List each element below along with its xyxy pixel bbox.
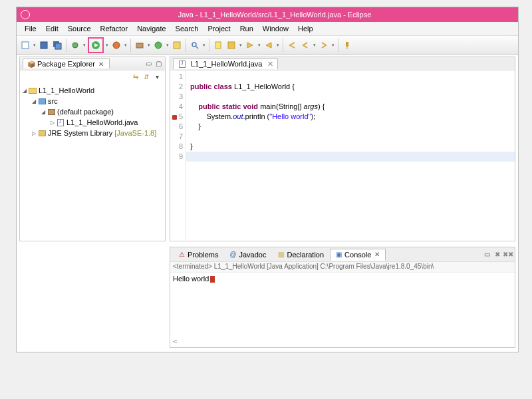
library-icon xyxy=(37,129,47,137)
toolbar-separator xyxy=(338,39,338,52)
line-number: 2 xyxy=(170,82,183,92)
toggle-mark-button[interactable] xyxy=(212,39,224,51)
run-dropdown[interactable] xyxy=(105,43,109,48)
tree-jre[interactable]: ▷ JRE System Library [JavaSE-1.8] xyxy=(21,128,164,138)
open-type-button[interactable] xyxy=(171,39,183,51)
tree-src[interactable]: ◢ src xyxy=(21,96,164,106)
bottom-tabbar[interactable]: ⚠Problems @Javadoc ▤Declaration ▣Console… xyxy=(170,247,515,262)
console-output[interactable]: Hello world xyxy=(170,273,515,285)
tree-package[interactable]: ◢ (default package) xyxy=(21,106,164,117)
tab-javadoc[interactable]: @Javadoc xyxy=(224,249,271,261)
close-icon[interactable]: ✕ xyxy=(265,60,273,68)
minimize-icon[interactable]: ▭ xyxy=(144,60,152,68)
close-icon[interactable]: ✕ xyxy=(97,60,105,68)
project-tree[interactable]: ◢ L1_1_HelloWorld ◢ src ◢ (default packa… xyxy=(20,82,165,141)
run-button[interactable] xyxy=(90,39,102,51)
twisty-open-icon[interactable]: ◢ xyxy=(40,109,47,115)
svg-rect-10 xyxy=(174,42,180,49)
next-annotation-dropdown[interactable] xyxy=(257,43,261,48)
line-number: 9 xyxy=(170,152,183,162)
search-dropdown[interactable] xyxy=(202,43,206,48)
tab-declaration[interactable]: ▤Declaration xyxy=(272,249,329,261)
pin-console-icon[interactable]: ▭ xyxy=(483,251,491,259)
menu-refactor[interactable]: Refactor xyxy=(96,23,132,34)
debug-button[interactable] xyxy=(69,39,81,51)
collapse-all-icon[interactable]: ⇆ xyxy=(132,72,140,80)
editor-tabbar[interactable]: L1_1_HelloWorld.java ✕ xyxy=(170,57,515,70)
code-content[interactable]: public class L1_1_HelloWorld { public st… xyxy=(186,70,515,241)
code-editor[interactable]: 1 2 3 4 5 6 7 8 9 public class L1_1_Hell… xyxy=(170,70,515,241)
menu-edit[interactable]: Edit xyxy=(42,23,63,34)
save-all-button[interactable] xyxy=(51,39,63,51)
twisty-open-icon[interactable]: ◢ xyxy=(31,98,37,104)
menu-window[interactable]: Window xyxy=(259,23,293,34)
prev-annotation-button[interactable] xyxy=(263,39,275,51)
twisty-closed-icon[interactable]: ▷ xyxy=(31,130,37,136)
forward-dropdown[interactable] xyxy=(331,43,335,48)
menu-run[interactable]: Run xyxy=(236,23,257,34)
menu-search[interactable]: Search xyxy=(172,23,203,34)
svg-rect-0 xyxy=(22,42,29,49)
line-gutter[interactable]: 1 2 3 4 5 6 7 8 9 xyxy=(170,70,186,241)
package-icon xyxy=(47,108,56,116)
annotation-dropdown[interactable] xyxy=(239,43,243,48)
prev-annotation-dropdown[interactable] xyxy=(276,43,280,48)
twisty-closed-icon[interactable]: ▷ xyxy=(49,120,56,126)
package-explorer-view: 📦 Package Explorer ✕ ▭ ▢ ⇆ ⇵ ▾ ◢ L1_1_He xyxy=(19,57,166,241)
svg-point-4 xyxy=(72,43,78,48)
coverage-button[interactable] xyxy=(110,39,122,51)
console-line: Hello world xyxy=(173,275,209,283)
new-package-button[interactable] xyxy=(134,39,146,51)
link-editor-icon[interactable]: ⇵ xyxy=(142,72,150,80)
package-explorer-tab[interactable]: 📦 Package Explorer ✕ xyxy=(23,59,110,68)
line-number: 4 xyxy=(170,102,183,112)
back-button[interactable] xyxy=(299,39,311,51)
tree-project[interactable]: ◢ L1_1_HelloWorld xyxy=(21,85,164,96)
console-icon: ▣ xyxy=(334,251,342,259)
back-dropdown[interactable] xyxy=(313,43,317,48)
menu-file[interactable]: File xyxy=(21,23,41,34)
close-icon[interactable]: ✕ xyxy=(373,251,381,259)
line-number: 5 xyxy=(170,112,183,122)
pin-button[interactable] xyxy=(341,39,353,51)
svg-rect-13 xyxy=(215,42,221,49)
new-class-button[interactable] xyxy=(152,39,164,51)
bottom-panel: ⚠Problems @Javadoc ▤Declaration ▣Console… xyxy=(170,247,515,348)
remove-all-icon[interactable]: ✖✖ xyxy=(504,251,512,259)
package-explorer-title: Package Explorer xyxy=(37,60,95,68)
save-button[interactable] xyxy=(38,39,50,51)
src-label: src xyxy=(48,97,58,105)
new-button[interactable] xyxy=(19,39,31,51)
view-menu-icon[interactable]: ▾ xyxy=(153,72,161,80)
menu-project[interactable]: Project xyxy=(203,23,234,34)
menubar[interactable]: File Edit Source Refactor Navigate Searc… xyxy=(17,22,518,35)
coverage-dropdown[interactable] xyxy=(124,43,128,48)
tree-java-file[interactable]: ▷ L1_1_HelloWorld.java xyxy=(21,117,164,128)
svg-rect-1 xyxy=(41,42,47,49)
package-explorer-header[interactable]: 📦 Package Explorer ✕ ▭ ▢ xyxy=(20,57,165,70)
breakpoint-icon[interactable] xyxy=(172,115,177,120)
new-dropdown[interactable] xyxy=(33,43,37,48)
search-button[interactable] xyxy=(189,39,201,51)
new-class-dropdown[interactable] xyxy=(166,43,170,48)
menu-navigate[interactable]: Navigate xyxy=(133,23,170,34)
toolbar-separator xyxy=(66,39,66,52)
editor-tab[interactable]: L1_1_HelloWorld.java ✕ xyxy=(173,59,278,69)
last-edit-button[interactable] xyxy=(286,39,298,51)
menu-help[interactable]: Help xyxy=(294,23,317,34)
tab-console[interactable]: ▣Console ✕ xyxy=(330,249,386,261)
maximize-icon[interactable]: ▢ xyxy=(154,60,162,68)
titlebar[interactable]: Java - L1_1_HelloWorld/src/L1_1_HelloWor… xyxy=(17,7,518,22)
twisty-open-icon[interactable]: ◢ xyxy=(21,88,28,94)
annotation-button[interactable] xyxy=(225,39,237,51)
tab-problems[interactable]: ⚠Problems xyxy=(173,249,223,261)
forward-button[interactable] xyxy=(318,39,330,51)
remove-launch-icon[interactable]: ✖ xyxy=(493,251,501,259)
new-package-dropdown[interactable] xyxy=(147,43,151,48)
next-annotation-button[interactable] xyxy=(244,39,256,51)
menu-source[interactable]: Source xyxy=(64,23,95,34)
package-explorer-toolbar: ⇆ ⇵ ▾ xyxy=(20,70,165,82)
debug-dropdown[interactable] xyxy=(82,43,86,48)
svg-point-7 xyxy=(113,42,120,49)
console-launch-label: <terminated> L1_1_HelloWorld [Java Appli… xyxy=(170,262,515,273)
